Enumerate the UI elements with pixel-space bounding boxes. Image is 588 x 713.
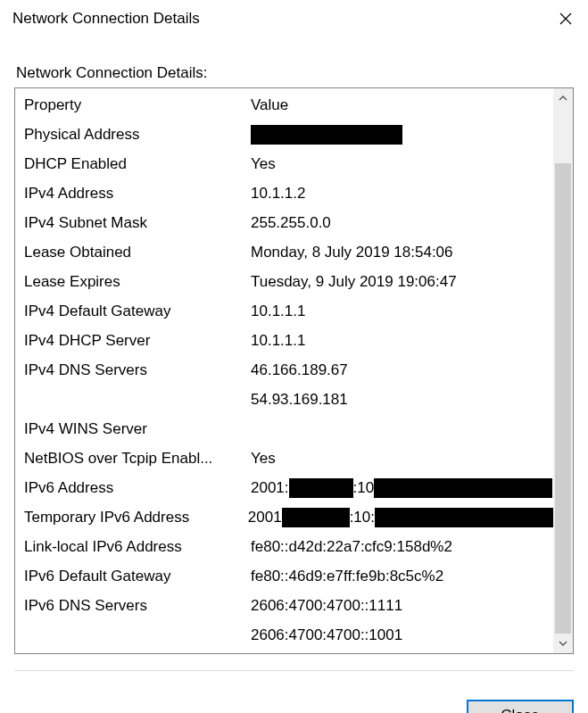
prop-value: fe80::d42d:22a7:cfc9:158d%2 [251, 539, 553, 554]
table-row: NetBIOS over Tcpip Enabl... Yes [24, 444, 553, 473]
table-row: 54.93.169.181 [24, 385, 553, 414]
table-row: IPv4 WINS Server [24, 414, 553, 444]
text-fragment: 2001: [251, 480, 289, 495]
table-row: IPv6 Address 2001::10 [24, 473, 553, 502]
redacted-block [375, 508, 553, 527]
prop-value: 10.1.1.1 [251, 303, 553, 319]
separator [14, 670, 574, 671]
scroll-up-icon[interactable] [553, 88, 573, 108]
table-row: Link-local IPv6 Address fe80::d42d:22a7:… [24, 532, 553, 561]
table-row: DHCP Enabled Yes [24, 149, 553, 178]
prop-value: 2001:10: [248, 508, 553, 527]
table-row: Temporary IPv6 Address 2001:10: [24, 502, 553, 532]
prop-value: fe80::46d9:e7ff:fe9b:8c5c%2 [251, 568, 553, 584]
prop-value: 255.255.0.0 [251, 215, 553, 230]
prop-label: IPv4 Subnet Mask [24, 215, 251, 230]
prop-value: Monday, 8 July 2019 18:54:06 [251, 245, 553, 260]
prop-label: IPv6 DNS Servers [24, 598, 251, 613]
prop-value: 10.1.1.2 [251, 186, 553, 201]
text-fragment: :10 [353, 480, 375, 495]
text-fragment: :10: [350, 510, 375, 525]
prop-value: 46.166.189.67 [251, 362, 553, 377]
prop-value: 10.1.1.1 [251, 333, 553, 348]
prop-label: Temporary IPv6 Address [24, 510, 248, 525]
prop-label: Physical Address [24, 127, 251, 142]
prop-value: 2001::10 [251, 478, 553, 498]
scrollbar[interactable] [553, 88, 573, 653]
prop-label: IPv4 DHCP Server [24, 333, 251, 348]
redacted-block [289, 478, 353, 498]
details-list-body: Property Value Physical Address DHCP Ena… [15, 88, 553, 653]
table-row: Lease Obtained Monday, 8 July 2019 18:54… [24, 237, 553, 267]
redacted-block [251, 125, 402, 145]
prop-label: IPv4 WINS Server [24, 421, 251, 436]
close-button-label: Close [501, 707, 539, 713]
prop-value: Yes [251, 451, 553, 466]
prop-label: Lease Expires [24, 274, 251, 289]
prop-label: IPv4 DNS Servers [24, 362, 251, 377]
scroll-thumb[interactable] [555, 163, 571, 634]
prop-label: Link-local IPv6 Address [24, 539, 251, 554]
details-list: Property Value Physical Address DHCP Ena… [14, 87, 574, 654]
prop-label: Lease Obtained [24, 245, 251, 260]
prop-label: IPv6 Address [24, 480, 251, 495]
table-row: Physical Address [24, 120, 553, 149]
header-row: Property Value [24, 90, 553, 120]
scroll-down-icon[interactable] [553, 634, 573, 653]
close-icon[interactable] [543, 0, 588, 37]
table-row: IPv4 Subnet Mask 255.255.0.0 [24, 208, 553, 237]
prop-value: 2606:4700:4700::1001 [251, 627, 553, 643]
col-header-property: Property [24, 97, 251, 112]
redacted-block [282, 508, 350, 527]
prop-label: DHCP Enabled [24, 156, 251, 171]
prop-value: Tuesday, 9 July 2019 19:06:47 [251, 274, 553, 289]
redacted-block [374, 478, 552, 498]
dialog-window: Network Connection Details Network Conne… [0, 0, 588, 713]
title-bar: Network Connection Details [0, 0, 588, 37]
table-row: 2606:4700:4700::1001 [24, 620, 553, 650]
dialog-footer: Close [0, 685, 588, 713]
scroll-track[interactable] [553, 108, 573, 634]
table-row: IPv4 DHCP Server 10.1.1.1 [24, 326, 553, 355]
dialog-content: Network Connection Details: Property Val… [0, 37, 588, 685]
window-title: Network Connection Details [12, 10, 200, 28]
text-fragment: 2001 [248, 510, 282, 525]
table-row: Lease Expires Tuesday, 9 July 2019 19:06… [24, 267, 553, 296]
prop-value: Yes [251, 156, 553, 171]
section-label: Network Connection Details: [16, 64, 574, 82]
prop-value: 54.93.169.181 [251, 392, 553, 407]
prop-label: IPv4 Address [24, 186, 251, 201]
prop-label: IPv4 Default Gateway [24, 303, 251, 319]
prop-value: 2606:4700:4700::1111 [251, 598, 553, 613]
table-row: IPv6 Default Gateway fe80::46d9:e7ff:fe9… [24, 561, 553, 591]
table-row: IPv4 Address 10.1.1.2 [24, 178, 553, 208]
prop-label: NetBIOS over Tcpip Enabl... [24, 451, 251, 466]
prop-label: IPv6 Default Gateway [24, 568, 251, 584]
table-row: IPv4 Default Gateway 10.1.1.1 [24, 296, 553, 326]
prop-value [251, 125, 553, 145]
table-row: IPv6 DNS Servers 2606:4700:4700::1111 [24, 591, 553, 620]
table-row: IPv4 DNS Servers 46.166.189.67 [24, 355, 553, 385]
close-button[interactable]: Close [467, 700, 574, 713]
col-header-value: Value [251, 97, 553, 112]
